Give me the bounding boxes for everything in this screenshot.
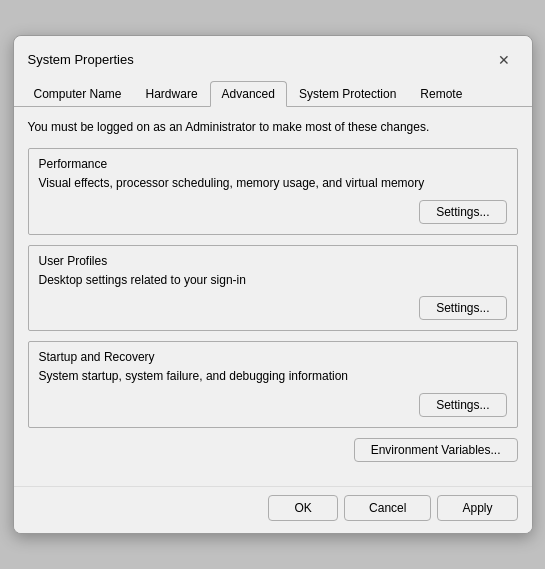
startup-recovery-description: System startup, system failure, and debu…	[39, 368, 507, 385]
performance-settings-button[interactable]: Settings...	[419, 200, 506, 224]
performance-description: Visual effects, processor scheduling, me…	[39, 175, 507, 192]
user-profiles-description: Desktop settings related to your sign-in	[39, 272, 507, 289]
tab-remote[interactable]: Remote	[408, 81, 474, 107]
tab-content: You must be logged on as an Administrato…	[14, 107, 532, 486]
performance-section: Performance Visual effects, processor sc…	[28, 148, 518, 235]
window-title: System Properties	[28, 52, 134, 67]
tab-system-protection[interactable]: System Protection	[287, 81, 408, 107]
tab-hardware[interactable]: Hardware	[134, 81, 210, 107]
cancel-button[interactable]: Cancel	[344, 495, 431, 521]
apply-button[interactable]: Apply	[437, 495, 517, 521]
startup-recovery-btn-row: Settings...	[39, 393, 507, 417]
startup-recovery-settings-button[interactable]: Settings...	[419, 393, 506, 417]
dialog-footer: OK Cancel Apply	[14, 486, 532, 533]
ok-button[interactable]: OK	[268, 495, 338, 521]
close-button[interactable]: ✕	[490, 46, 518, 74]
tab-strip: Computer Name Hardware Advanced System P…	[14, 74, 532, 107]
system-properties-window: System Properties ✕ Computer Name Hardwa…	[13, 35, 533, 534]
tab-computer-name[interactable]: Computer Name	[22, 81, 134, 107]
performance-btn-row: Settings...	[39, 200, 507, 224]
tab-advanced[interactable]: Advanced	[210, 81, 287, 107]
user-profiles-btn-row: Settings...	[39, 296, 507, 320]
admin-notice: You must be logged on as an Administrato…	[28, 119, 518, 136]
startup-recovery-title: Startup and Recovery	[39, 350, 507, 364]
startup-recovery-section: Startup and Recovery System startup, sys…	[28, 341, 518, 428]
performance-title: Performance	[39, 157, 507, 171]
user-profiles-settings-button[interactable]: Settings...	[419, 296, 506, 320]
env-variables-row: Environment Variables...	[28, 438, 518, 462]
environment-variables-button[interactable]: Environment Variables...	[354, 438, 518, 462]
user-profiles-title: User Profiles	[39, 254, 507, 268]
user-profiles-section: User Profiles Desktop settings related t…	[28, 245, 518, 332]
title-bar: System Properties ✕	[14, 36, 532, 74]
